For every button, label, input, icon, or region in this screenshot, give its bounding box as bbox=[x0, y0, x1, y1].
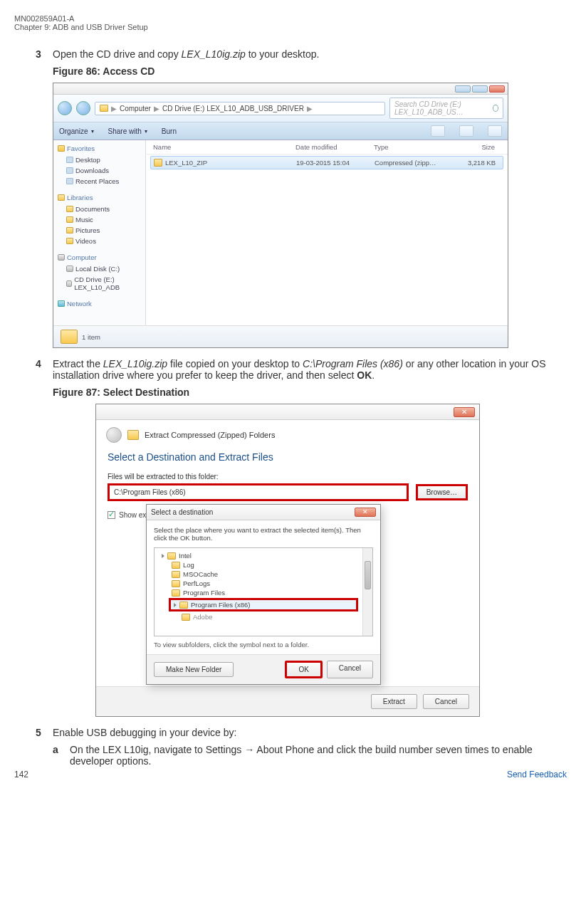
checkbox-icon[interactable] bbox=[108, 511, 115, 519]
wizard-page-title: Select a Destination and Extract Files bbox=[108, 451, 468, 463]
figure-87-extract-wizard: ✕ Extract Compressed (Zipped) Folders Se… bbox=[95, 404, 480, 717]
column-size[interactable]: Size bbox=[452, 143, 495, 151]
figure-87-caption: Figure 87: Select Destination bbox=[53, 387, 567, 398]
burn-button[interactable]: Burn bbox=[162, 127, 177, 135]
expand-icon[interactable] bbox=[174, 603, 177, 607]
folder-icon bbox=[182, 614, 190, 621]
tree-scrollbar[interactable] bbox=[362, 548, 372, 636]
pictures-icon bbox=[66, 227, 73, 233]
ok-button[interactable]: OK bbox=[285, 661, 322, 678]
view-icon[interactable] bbox=[431, 125, 445, 137]
folder-tree[interactable]: Intel Log MSOCache PerfLogs Program File… bbox=[154, 547, 373, 636]
page-footer: 142 Send Feedback bbox=[14, 770, 567, 779]
sidebar-computer-group[interactable]: Computer bbox=[56, 253, 142, 261]
sidebar-libraries-group[interactable]: Libraries bbox=[56, 194, 142, 201]
tree-node-log[interactable]: Log bbox=[159, 560, 368, 569]
explorer-toolbar: Organize Share with Burn bbox=[53, 122, 508, 140]
back-icon[interactable] bbox=[106, 427, 122, 443]
scroll-thumb[interactable] bbox=[365, 561, 371, 589]
zip-icon bbox=[154, 159, 162, 167]
browse-button[interactable]: Browse… bbox=[416, 484, 468, 500]
column-name[interactable]: Name bbox=[153, 143, 295, 151]
close-icon[interactable] bbox=[489, 85, 505, 93]
select-destination-dialog: Select a destination ✕ Select the place … bbox=[146, 504, 381, 685]
folder-icon bbox=[100, 105, 108, 112]
tree-node-program-files-x86[interactable]: Program Files (x86) bbox=[169, 598, 358, 611]
tree-node-program-files[interactable]: Program Files bbox=[159, 588, 368, 597]
back-icon[interactable] bbox=[58, 101, 72, 115]
substep-5a-letter: a bbox=[53, 744, 70, 767]
tree-node-intel[interactable]: Intel bbox=[159, 551, 368, 560]
file-date: 19-03-2015 15:04 bbox=[296, 159, 375, 167]
sidebar-item-documents[interactable]: Documents bbox=[56, 204, 142, 214]
step-5-number: 5 bbox=[36, 727, 53, 738]
forward-icon[interactable] bbox=[76, 101, 90, 115]
step-4-text: Extract the LEX_L10ig.zip file copied on… bbox=[53, 358, 567, 381]
send-feedback-link[interactable]: Send Feedback bbox=[507, 770, 567, 779]
cancel-button[interactable]: Cancel bbox=[327, 661, 373, 678]
expand-icon[interactable] bbox=[162, 554, 164, 558]
sidebar-item-desktop[interactable]: Desktop bbox=[56, 154, 142, 165]
destination-label: Files will be extracted to this folder: bbox=[108, 473, 468, 481]
file-row[interactable]: LEX_L10_ZIP 19-03-2015 15:04 Compressed … bbox=[150, 156, 503, 169]
doc-header: MN002859A01-A Chapter 9: ADB and USB Dri… bbox=[14, 14, 567, 31]
step-3-number: 3 bbox=[36, 48, 53, 60]
search-input[interactable]: Search CD Drive (E:) LEX_L10_ADB_US… bbox=[389, 98, 503, 119]
music-icon bbox=[66, 216, 73, 223]
step-4-number: 4 bbox=[36, 358, 53, 381]
folder-icon bbox=[172, 571, 180, 578]
destination-path-input[interactable]: C:\Program Files (x86) bbox=[108, 483, 409, 501]
file-type: Compressed (zipp… bbox=[375, 159, 453, 167]
preview-pane-icon[interactable] bbox=[459, 125, 473, 137]
breadcrumb-computer[interactable]: Computer bbox=[120, 105, 151, 112]
make-new-folder-button[interactable]: Make New Folder bbox=[154, 662, 234, 677]
organize-button[interactable]: Organize bbox=[59, 127, 94, 135]
desktop-icon bbox=[66, 157, 73, 163]
sidebar-item-pictures[interactable]: Pictures bbox=[56, 225, 142, 236]
wizard-header: Extract Compressed (Zipped) Folders bbox=[96, 420, 479, 447]
tree-node-msocache[interactable]: MSOCache bbox=[159, 569, 368, 579]
network-icon bbox=[58, 300, 65, 307]
column-type[interactable]: Type bbox=[374, 143, 452, 151]
sidebar-item-downloads[interactable]: Downloads bbox=[56, 165, 142, 176]
close-icon[interactable]: ✕ bbox=[454, 407, 475, 417]
close-icon[interactable]: ✕ bbox=[355, 508, 376, 517]
sidebar-item-music[interactable]: Music bbox=[56, 214, 142, 225]
zip-icon bbox=[127, 430, 139, 440]
downloads-icon bbox=[66, 167, 73, 174]
libraries-icon bbox=[58, 194, 65, 201]
column-date[interactable]: Date modified bbox=[295, 143, 374, 151]
folder-icon bbox=[167, 552, 176, 560]
cancel-button[interactable]: Cancel bbox=[423, 694, 469, 709]
sidebar-item-local-disk[interactable]: Local Disk (C:) bbox=[56, 263, 142, 274]
tree-node-adobe[interactable]: Adobe bbox=[159, 612, 368, 621]
breadcrumb-cddrive[interactable]: CD Drive (E:) LEX_L10_ADB_USB_DRIVER bbox=[162, 105, 304, 112]
page-number: 142 bbox=[14, 770, 28, 779]
inner-dialog-instruction: Select the place where you want to extra… bbox=[154, 526, 373, 542]
file-name: LEX_L10_ZIP bbox=[165, 159, 207, 167]
file-size: 3,218 KB bbox=[453, 159, 496, 167]
step-3-text: Open the CD drive and copy LEX_L10ig.zip… bbox=[53, 48, 567, 60]
step-4: 4 Extract the LEX_L10ig.zip file copied … bbox=[36, 358, 567, 381]
sidebar-item-recent-places[interactable]: Recent Places bbox=[56, 176, 142, 187]
wizard-title: Extract Compressed (Zipped) Folders bbox=[145, 431, 275, 439]
sidebar-item-videos[interactable]: Videos bbox=[56, 236, 142, 246]
help-icon[interactable] bbox=[488, 125, 502, 137]
share-with-button[interactable]: Share with bbox=[108, 127, 147, 135]
subfolder-hint: To view subfolders, click the symbol nex… bbox=[154, 641, 373, 649]
maximize-icon[interactable] bbox=[472, 85, 488, 93]
sidebar-item-cd-drive[interactable]: CD Drive (E:) LEX_L10_ADB bbox=[56, 274, 142, 293]
sidebar-favorites-group[interactable]: Favorites bbox=[56, 145, 142, 152]
address-bar[interactable]: ▶ Computer ▶ CD Drive (E:) LEX_L10_ADB_U… bbox=[95, 102, 385, 115]
minimize-icon[interactable] bbox=[455, 85, 471, 93]
cd-icon bbox=[66, 280, 72, 287]
folder-icon bbox=[172, 589, 180, 597]
sidebar-network-group[interactable]: Network bbox=[56, 300, 142, 308]
step-5: 5 Enable USB debugging in your device by… bbox=[36, 727, 567, 738]
extract-button[interactable]: Extract bbox=[371, 694, 417, 709]
tree-node-perflogs[interactable]: PerfLogs bbox=[159, 579, 368, 588]
breadcrumb-sep: ▶ bbox=[111, 105, 117, 112]
substep-5a: a On the LEX L10ig, navigate to Settings… bbox=[53, 744, 567, 767]
search-placeholder: Search CD Drive (E:) LEX_L10_ADB_US… bbox=[394, 100, 493, 116]
figure-86-explorer-window: ▶ Computer ▶ CD Drive (E:) LEX_L10_ADB_U… bbox=[53, 83, 508, 348]
